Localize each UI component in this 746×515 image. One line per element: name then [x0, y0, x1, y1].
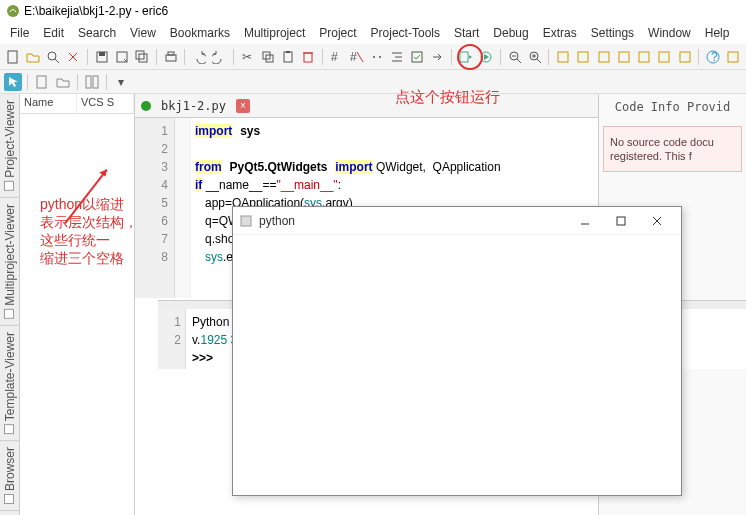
svg-line-3 — [55, 59, 59, 63]
app-icon — [6, 4, 20, 18]
python-icon — [239, 214, 253, 228]
new-icon[interactable] — [33, 73, 51, 91]
indent-annotation: python以缩进 表示层次结构， 这些行统一 缩进三个空格 — [40, 195, 138, 267]
menu-search[interactable]: Search — [72, 24, 122, 42]
close-tab-icon[interactable]: × — [236, 99, 250, 113]
main-toolbar: ✂ # # ? — [0, 44, 746, 70]
window-titlebar: E:\baikejia\bkj1-2.py - eric6 — [0, 0, 746, 22]
active-tab[interactable]: bkj1-2.py — [157, 97, 230, 115]
print-icon[interactable] — [162, 48, 179, 66]
python-app-window: python — [232, 206, 682, 496]
undo-icon[interactable] — [190, 48, 207, 66]
delete-icon[interactable] — [299, 48, 316, 66]
copy-icon[interactable] — [259, 48, 276, 66]
toolbar-separator — [233, 49, 234, 65]
svg-rect-17 — [304, 53, 312, 62]
svg-rect-9 — [136, 51, 144, 59]
tool-icon[interactable] — [725, 48, 742, 66]
tool-icon[interactable] — [656, 48, 673, 66]
whitespace-icon[interactable] — [368, 48, 385, 66]
tab-browser[interactable]: Browser — [0, 441, 19, 511]
save-as-icon[interactable] — [113, 48, 130, 66]
layout-icon[interactable] — [83, 73, 101, 91]
tab-project-viewer[interactable]: Project-Viewer — [0, 94, 19, 198]
toolbar-separator — [548, 49, 549, 65]
tab-multiproject-viewer[interactable]: Multiproject-Viewer — [0, 198, 19, 326]
tool-icon[interactable] — [615, 48, 632, 66]
save-all-icon[interactable] — [134, 48, 151, 66]
popup-titlebar[interactable]: python — [233, 207, 681, 235]
svg-text:#: # — [331, 50, 338, 64]
menu-start[interactable]: Start — [448, 24, 485, 42]
goto-icon[interactable] — [429, 48, 446, 66]
svg-line-32 — [517, 59, 521, 63]
close-button[interactable] — [639, 209, 675, 233]
minimize-button[interactable] — [567, 209, 603, 233]
menu-view[interactable]: View — [124, 24, 162, 42]
svg-rect-16 — [286, 51, 290, 53]
search-icon[interactable] — [45, 48, 62, 66]
maximize-button[interactable] — [603, 209, 639, 233]
close-icon[interactable] — [65, 48, 82, 66]
toolbar-separator — [27, 74, 28, 90]
comment-icon[interactable]: # — [328, 48, 345, 66]
uncomment-icon[interactable]: # — [348, 48, 365, 66]
svg-rect-46 — [728, 52, 738, 62]
save-icon[interactable] — [93, 48, 110, 66]
svg-rect-10 — [139, 54, 147, 62]
col-name[interactable]: Name — [20, 94, 77, 113]
menu-project[interactable]: Project — [313, 24, 362, 42]
dropdown-icon[interactable]: ▾ — [112, 73, 130, 91]
svg-rect-41 — [639, 52, 649, 62]
cut-icon[interactable]: ✂ — [239, 48, 256, 66]
pointer-icon[interactable] — [4, 73, 22, 91]
zoom-out-icon[interactable] — [506, 48, 523, 66]
menu-bookmarks[interactable]: Bookmarks — [164, 24, 236, 42]
new-file-icon[interactable] — [4, 48, 21, 66]
svg-rect-53 — [617, 217, 625, 225]
tool-icon[interactable] — [575, 48, 592, 66]
run-project-icon[interactable] — [478, 48, 495, 66]
menu-edit[interactable]: Edit — [37, 24, 70, 42]
toolbar-separator — [698, 49, 699, 65]
tool-icon[interactable] — [554, 48, 571, 66]
menu-settings[interactable]: Settings — [585, 24, 640, 42]
open-icon[interactable] — [54, 73, 72, 91]
info-message: No source code docu registered. This f — [603, 126, 742, 172]
menu-multiproject[interactable]: Multiproject — [238, 24, 311, 42]
menu-extras[interactable]: Extras — [537, 24, 583, 42]
toolbar-separator — [77, 74, 78, 90]
svg-text:#: # — [350, 50, 357, 64]
svg-rect-11 — [166, 55, 176, 61]
indent-icon[interactable] — [389, 48, 406, 66]
tool-icon[interactable] — [595, 48, 612, 66]
tab-template-viewer[interactable]: Template-Viewer — [0, 326, 19, 441]
svg-point-0 — [7, 5, 19, 17]
menu-project-tools[interactable]: Project-Tools — [365, 24, 446, 42]
menu-file[interactable]: File — [4, 24, 35, 42]
menu-help[interactable]: Help — [699, 24, 736, 42]
task-icon[interactable] — [409, 48, 426, 66]
redo-icon[interactable] — [210, 48, 227, 66]
svg-rect-48 — [86, 76, 91, 88]
svg-rect-39 — [599, 52, 609, 62]
menu-window[interactable]: Window — [642, 24, 697, 42]
run-script-icon[interactable] — [457, 48, 474, 66]
window-title: E:\baikejia\bkj1-2.py - eric6 — [24, 4, 168, 18]
zoom-in-icon[interactable] — [526, 48, 543, 66]
code-info-title: Code Info Provid — [599, 94, 746, 120]
help-icon[interactable]: ? — [704, 48, 721, 66]
svg-rect-27 — [412, 52, 422, 62]
col-vcs[interactable]: VCS S — [77, 94, 134, 113]
tool-icon[interactable] — [636, 48, 653, 66]
secondary-toolbar: ▾ — [0, 70, 746, 94]
svg-point-23 — [379, 56, 381, 58]
shell-gutter: 12 — [158, 309, 186, 369]
panel-icon — [5, 494, 15, 504]
open-file-icon[interactable] — [24, 48, 41, 66]
svg-rect-51 — [241, 216, 251, 226]
menubar: File Edit Search View Bookmarks Multipro… — [0, 22, 746, 44]
tool-icon[interactable] — [676, 48, 693, 66]
menu-debug[interactable]: Debug — [487, 24, 534, 42]
paste-icon[interactable] — [279, 48, 296, 66]
